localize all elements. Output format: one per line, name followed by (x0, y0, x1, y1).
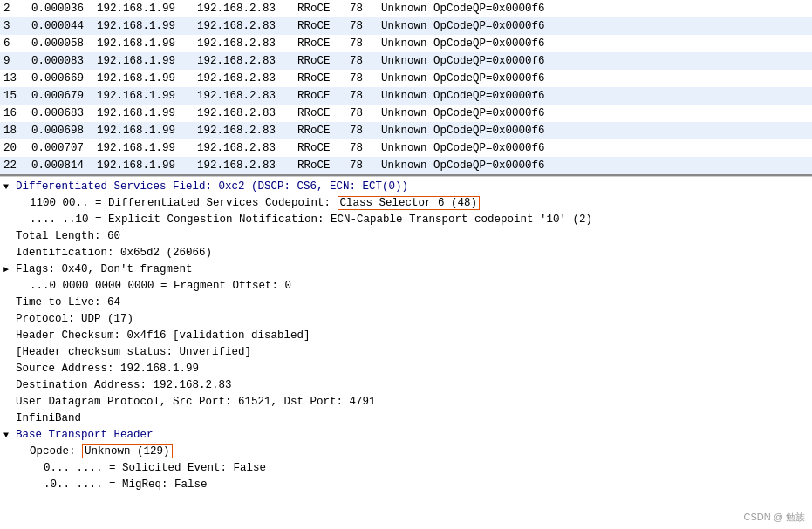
col-info: Unknown OpCodeQP=0x0000f6 (381, 107, 809, 119)
col-time: 0.000679 (31, 90, 97, 102)
col-time: 0.000814 (31, 159, 97, 172)
col-proto: RRoCE (297, 72, 350, 85)
packet-row[interactable]: 13 0.000669 192.168.1.99 192.168.2.83 RR… (0, 70, 812, 87)
col-dst: 192.168.2.83 (197, 159, 297, 172)
col-info: Unknown OpCodeQP=0x0000f6 (381, 90, 809, 102)
col-len: 78 (350, 90, 381, 102)
detail-text: InfiniBand (3, 410, 81, 427)
detail-text: [Header checksum status: Unverified] (3, 344, 251, 361)
col-len: 78 (350, 159, 381, 172)
col-info: Unknown OpCodeQP=0x0000f6 (381, 72, 809, 85)
highlighted-value: Class Selector 6 (48) (338, 196, 481, 210)
detail-text: Source Address: 192.168.1.99 (3, 361, 199, 377)
col-len: 78 (350, 142, 381, 154)
col-time: 0.000044 (31, 20, 97, 32)
detail-plain-proto: Protocol: UDP (17) (3, 311, 809, 328)
col-info: Unknown OpCodeQP=0x0000f6 (381, 159, 809, 172)
col-len: 78 (350, 72, 381, 85)
detail-text: Header Checksum: 0x4f16 [validation disa… (3, 328, 310, 344)
detail-pane: ▼Differentiated Services Field: 0xc2 (DS… (0, 176, 812, 495)
detail-text: .... ..10 = Explicit Congestion Notifica… (3, 212, 592, 228)
col-no: 15 (3, 90, 31, 102)
col-dst: 192.168.2.83 (197, 142, 297, 154)
packet-row[interactable]: 18 0.000698 192.168.1.99 192.168.2.83 RR… (0, 122, 812, 139)
packet-row[interactable]: 3 0.000044 192.168.1.99 192.168.2.83 RRo… (0, 17, 812, 35)
col-proto: RRoCE (297, 37, 350, 50)
packet-row[interactable]: 2 0.000036 192.168.1.99 192.168.2.83 RRo… (0, 0, 812, 17)
col-no: 18 (3, 125, 31, 137)
section-label: Base Transport Header (16, 427, 154, 444)
packet-row[interactable]: 15 0.000679 192.168.1.99 192.168.2.83 RR… (0, 87, 812, 105)
col-proto: RRoCE (297, 3, 350, 15)
col-proto: RRoCE (297, 90, 350, 102)
detail-plain-total-len: Total Length: 60 (3, 228, 809, 245)
col-src: 192.168.1.99 (97, 37, 197, 50)
col-no: 13 (3, 72, 31, 85)
detail-child-opcode: Opcode: Unknown (129) (3, 444, 809, 460)
detail-text: Time to Live: 64 (3, 295, 120, 311)
col-src: 192.168.1.99 (97, 72, 197, 85)
expand-arrow[interactable]: ► (3, 261, 16, 278)
col-dst: 192.168.2.83 (197, 55, 297, 67)
detail-child-codepoint: 1100 00.. = Differentiated Services Code… (3, 195, 809, 212)
packet-row[interactable]: 20 0.000707 192.168.1.99 192.168.2.83 RR… (0, 139, 812, 157)
col-dst: 192.168.2.83 (197, 20, 297, 32)
packet-list: 2 0.000036 192.168.1.99 192.168.2.83 RRo… (0, 0, 812, 176)
section-header-diff-services[interactable]: ▼Differentiated Services Field: 0xc2 (DS… (3, 179, 809, 195)
col-time: 0.000669 (31, 72, 97, 85)
detail-text: Opcode: Unknown (129) (3, 444, 173, 460)
watermark: CSDN @ 勉族 (744, 511, 805, 524)
col-time: 0.000036 (31, 3, 97, 15)
col-len: 78 (350, 20, 381, 32)
col-dst: 192.168.2.83 (197, 37, 297, 50)
col-proto: RRoCE (297, 159, 350, 172)
detail-text: ...0 0000 0000 0000 = Fragment Offset: 0 (3, 278, 291, 295)
col-len: 78 (350, 107, 381, 119)
detail-plain-src-addr: Source Address: 192.168.1.99 (3, 361, 809, 377)
col-proto: RRoCE (297, 55, 350, 67)
col-no: 9 (3, 55, 31, 67)
col-src: 192.168.1.99 (97, 55, 197, 67)
col-len: 78 (350, 3, 381, 15)
detail-plain-ident: Identification: 0x65d2 (26066) (3, 245, 809, 261)
detail-expandable-flags[interactable]: ►Flags: 0x40, Don't fragment (3, 261, 809, 278)
detail-plain-udp: User Datagram Protocol, Src Port: 61521,… (3, 394, 809, 410)
col-time: 0.000683 (31, 107, 97, 119)
detail-child-ecn: .... ..10 = Explicit Congestion Notifica… (3, 212, 809, 228)
packet-row[interactable]: 16 0.000683 192.168.1.99 192.168.2.83 RR… (0, 105, 812, 122)
col-src: 192.168.1.99 (97, 90, 197, 102)
col-proto: RRoCE (297, 125, 350, 137)
detail-text: 1100 00.. = Differentiated Services Code… (3, 195, 480, 212)
detail-text: User Datagram Protocol, Src Port: 61521,… (3, 394, 376, 410)
detail-text: 0... .... = Solicited Event: False (3, 460, 266, 477)
section-header-base-transport[interactable]: ▼Base Transport Header (3, 427, 809, 444)
col-dst: 192.168.2.83 (197, 72, 297, 85)
col-len: 78 (350, 55, 381, 67)
col-info: Unknown OpCodeQP=0x0000f6 (381, 55, 809, 67)
expand-arrow[interactable]: ▼ (3, 427, 16, 444)
col-proto: RRoCE (297, 142, 350, 154)
detail-text: .0.. .... = MigReq: False (3, 477, 208, 493)
col-no: 6 (3, 37, 31, 50)
col-time: 0.000058 (31, 37, 97, 50)
col-len: 78 (350, 37, 381, 50)
packet-row[interactable]: 9 0.000083 192.168.1.99 192.168.2.83 RRo… (0, 52, 812, 70)
packet-row[interactable]: 22 0.000814 192.168.1.99 192.168.2.83 RR… (0, 157, 812, 174)
col-len: 78 (350, 125, 381, 137)
col-info: Unknown OpCodeQP=0x0000f6 (381, 125, 809, 137)
col-no: 2 (3, 3, 31, 15)
col-info: Unknown OpCodeQP=0x0000f6 (381, 37, 809, 50)
detail-text: Protocol: UDP (17) (3, 311, 133, 328)
col-src: 192.168.1.99 (97, 3, 197, 15)
packet-row[interactable]: 6 0.000058 192.168.1.99 192.168.2.83 RRo… (0, 35, 812, 52)
col-time: 0.000707 (31, 142, 97, 154)
col-info: Unknown OpCodeQP=0x0000f6 (381, 142, 809, 154)
col-time: 0.000083 (31, 55, 97, 67)
col-info: Unknown OpCodeQP=0x0000f6 (381, 3, 809, 15)
col-no: 22 (3, 159, 31, 172)
col-no: 16 (3, 107, 31, 119)
section-label: Differentiated Services Field: 0xc2 (DSC… (16, 179, 408, 195)
detail-plain-ttl: Time to Live: 64 (3, 295, 809, 311)
expand-arrow[interactable]: ▼ (3, 179, 16, 195)
col-dst: 192.168.2.83 (197, 107, 297, 119)
